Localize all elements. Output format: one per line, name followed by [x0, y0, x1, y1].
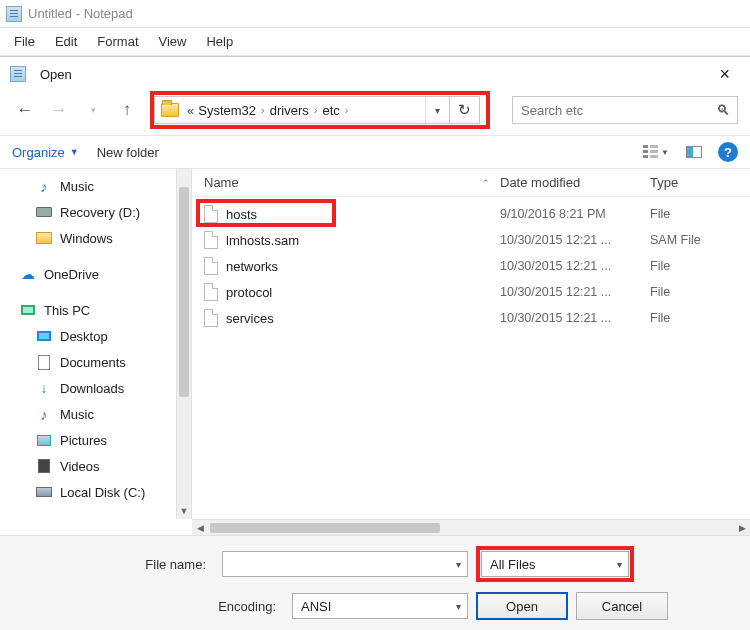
scrollbar-thumb[interactable] [179, 187, 189, 397]
view-mode-button[interactable]: ▼ [642, 141, 670, 163]
horizontal-scrollbar[interactable]: ◀ ▶ [192, 519, 750, 535]
chevron-right-icon[interactable]: › [261, 104, 265, 116]
search-box[interactable]: 🔍︎ [512, 96, 738, 124]
chevron-right-icon[interactable]: › [314, 104, 318, 116]
nav-back-button[interactable]: ← [12, 97, 38, 123]
sidebar-item-music2[interactable]: ♪Music [0, 401, 176, 427]
cancel-button[interactable]: Cancel [576, 592, 668, 620]
sidebar-item-label: Documents [60, 355, 126, 370]
breadcrumb-prefix: « [187, 103, 194, 118]
menu-file[interactable]: File [4, 30, 45, 53]
file-date: 10/30/2015 12:21 ... [500, 311, 650, 325]
file-row[interactable]: hosts 9/10/2016 8:21 PM File [192, 201, 750, 227]
close-button[interactable]: × [709, 60, 740, 89]
chevron-down-icon: ▾ [456, 559, 461, 570]
menu-help[interactable]: Help [196, 30, 243, 53]
scroll-right-icon[interactable]: ▶ [734, 523, 750, 533]
sidebar-item-label: Music [60, 407, 94, 422]
file-row[interactable]: services 10/30/2015 12:21 ... File [192, 305, 750, 331]
document-icon [36, 354, 52, 370]
menu-view[interactable]: View [149, 30, 197, 53]
sidebar-item-local-disk[interactable]: Local Disk (C:) [0, 479, 176, 505]
sidebar-scrollbar[interactable]: ▲ ▼ [176, 169, 192, 519]
refresh-button[interactable]: ↻ [450, 96, 480, 124]
help-button[interactable]: ? [718, 142, 738, 162]
breadcrumb-system32[interactable]: System32 [198, 103, 256, 118]
sidebar-item-label: Music [60, 179, 94, 194]
preview-pane-button[interactable] [680, 141, 708, 163]
address-bar[interactable]: « System32 › drivers › etc › ▾ [154, 96, 450, 124]
folder-icon [161, 103, 179, 117]
new-folder-button[interactable]: New folder [97, 145, 159, 160]
preview-pane-icon [686, 146, 702, 158]
file-type: File [650, 311, 750, 325]
nav-up-button[interactable]: ↑ [114, 97, 140, 123]
view-list-icon [643, 145, 658, 159]
sidebar-item-recovery[interactable]: Recovery (D:) [0, 199, 176, 225]
column-date[interactable]: Date modified [500, 175, 650, 190]
filter-value: All Files [490, 557, 536, 572]
scroll-down-icon[interactable]: ▼ [177, 503, 191, 519]
sidebar-item-music[interactable]: ♪Music [0, 173, 176, 199]
sort-asc-icon: ⌃ [482, 178, 490, 188]
file-name: services [226, 311, 274, 326]
sidebar-item-windows[interactable]: Windows [0, 225, 176, 251]
file-icon [204, 283, 218, 301]
menu-edit[interactable]: Edit [45, 30, 87, 53]
scroll-up-icon[interactable]: ▲ [177, 169, 191, 185]
encoding-combo[interactable]: ANSI ▾ [292, 593, 468, 619]
chevron-down-icon: ▼ [661, 148, 669, 157]
sidebar-item-desktop[interactable]: Desktop [0, 323, 176, 349]
dialog-body: ♪Music Recovery (D:) Windows ☁OneDrive T… [0, 169, 750, 519]
disk-icon [36, 484, 52, 500]
file-date: 9/10/2016 8:21 PM [500, 207, 650, 221]
file-row[interactable]: networks 10/30/2015 12:21 ... File [192, 253, 750, 279]
video-icon [36, 458, 52, 474]
search-icon[interactable]: 🔍︎ [709, 102, 737, 118]
file-name-combo[interactable]: ▾ [222, 551, 468, 577]
file-name-label: File name: [14, 557, 214, 572]
dialog-titlebar: Open × [0, 57, 750, 91]
file-name: lmhosts.sam [226, 233, 299, 248]
organize-button[interactable]: Organize ▼ [12, 145, 79, 160]
search-input[interactable] [513, 103, 709, 118]
close-icon: × [719, 64, 730, 84]
breadcrumb-etc[interactable]: etc [322, 103, 339, 118]
sidebar-item-documents[interactable]: Documents [0, 349, 176, 375]
sidebar-item-pictures[interactable]: Pictures [0, 427, 176, 453]
svg-rect-1 [643, 150, 648, 153]
scroll-left-icon[interactable]: ◀ [192, 523, 208, 533]
notepad-titlebar: Untitled - Notepad [0, 0, 750, 28]
dialog-bottom: File name: ▾ All Files ▾ Encoding: ANSI … [0, 535, 750, 630]
breadcrumb-drivers[interactable]: drivers [270, 103, 309, 118]
music-icon: ♪ [36, 406, 52, 422]
file-date: 10/30/2015 12:21 ... [500, 285, 650, 299]
open-button-label: Open [506, 599, 538, 614]
column-headers: Name⌃ Date modified Type [192, 169, 750, 197]
dialog-title: Open [40, 67, 72, 82]
sidebar-item-videos[interactable]: Videos [0, 453, 176, 479]
column-date-label: Date modified [500, 175, 580, 190]
sidebar-item-onedrive[interactable]: ☁OneDrive [0, 261, 176, 287]
file-type: File [650, 207, 750, 221]
open-button[interactable]: Open [476, 592, 568, 620]
nav-forward-button[interactable]: → [46, 97, 72, 123]
address-dropdown-button[interactable]: ▾ [425, 97, 449, 123]
sidebar-item-this-pc[interactable]: This PC [0, 297, 176, 323]
file-type-filter[interactable]: All Files ▾ [481, 551, 629, 577]
menu-format[interactable]: Format [87, 30, 148, 53]
sidebar-item-downloads[interactable]: ↓Downloads [0, 375, 176, 401]
file-row[interactable]: lmhosts.sam 10/30/2015 12:21 ... SAM Fil… [192, 227, 750, 253]
chevron-down-icon: ▼ [70, 147, 79, 157]
file-icon [204, 231, 218, 249]
svg-rect-0 [643, 145, 648, 148]
scrollbar-thumb[interactable] [210, 523, 440, 533]
nav-recent-dropdown[interactable]: ▾ [80, 97, 106, 123]
chevron-right-icon[interactable]: › [345, 104, 349, 116]
open-dialog: Open × ← → ▾ ↑ « System32 › drivers › et… [0, 56, 750, 630]
encoding-label: Encoding: [14, 599, 284, 614]
column-type[interactable]: Type [650, 175, 750, 190]
sidebar-item-label: Recovery (D:) [60, 205, 140, 220]
file-row[interactable]: protocol 10/30/2015 12:21 ... File [192, 279, 750, 305]
column-name[interactable]: Name⌃ [192, 175, 500, 190]
